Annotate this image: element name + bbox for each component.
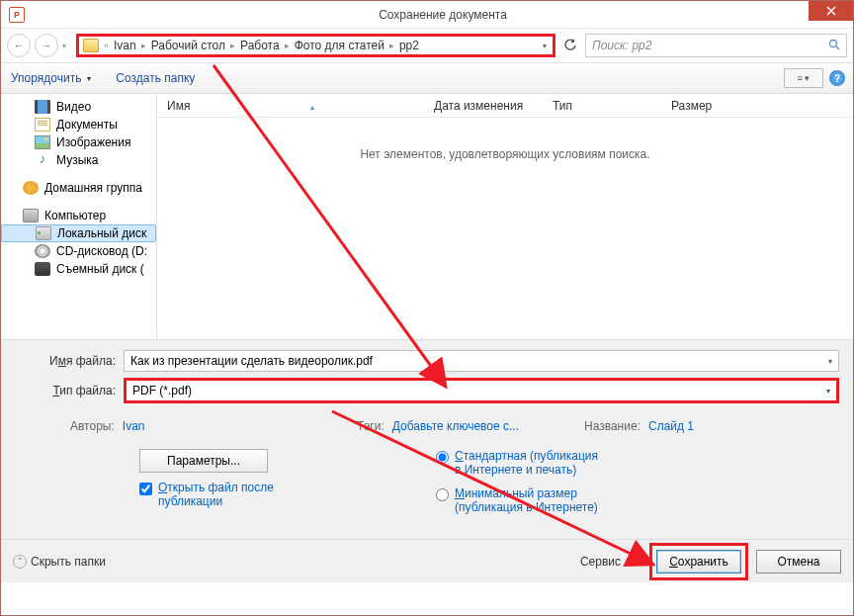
open-after-checkbox[interactable] [139, 483, 152, 495]
parameters-button[interactable]: Параметры... [139, 449, 268, 473]
column-type[interactable]: Тип [543, 99, 661, 113]
breadcrumb-part[interactable]: Фото для статей [295, 39, 384, 52]
breadcrumb-part[interactable]: pp2 [399, 39, 419, 52]
minimal-label: Минимальный размер (публикация в Интерне… [455, 486, 603, 514]
music-icon: ♪ [35, 153, 50, 167]
navbar: ← → ▾ « Ivan ▸ Рабочий стол ▸ Работа ▸ Ф… [1, 29, 853, 62]
title-label: Название: [584, 419, 640, 433]
cd-icon [35, 244, 50, 258]
form-area: Имя файла: Как из презентации сделать ви… [1, 339, 853, 582]
sidebar-item-cddrive[interactable]: CD-дисковод (D: [1, 242, 156, 260]
title-value[interactable]: Слайд 1 [648, 419, 694, 433]
service-button[interactable]: Сервис ▼ [580, 555, 632, 569]
tags-value[interactable]: Добавьте ключевое с... [392, 419, 519, 433]
search-placeholder: Поиск: pp2 [592, 39, 651, 52]
save-button[interactable]: Сохранить [656, 550, 741, 573]
chevron-up-icon: ˄ [13, 555, 27, 569]
app-icon: P [9, 7, 25, 23]
open-after-label: Открыть файл после публикации [158, 481, 297, 508]
organize-button[interactable]: Упорядочить▼ [11, 71, 92, 85]
list-header: Имя▲ Дата изменения Тип Размер [157, 94, 853, 118]
sidebar-item-removable[interactable]: Съемный диск ( [1, 260, 156, 278]
refresh-button[interactable] [559, 35, 581, 56]
sidebar: Видео Документы Изображения ♪Музыка Дома… [1, 94, 157, 339]
authors-label: Авторы: [70, 419, 115, 433]
history-dropdown[interactable]: ▾ [62, 42, 72, 50]
view-options-button[interactable]: ≡ ▾ [784, 68, 823, 88]
standard-radio[interactable] [436, 451, 449, 464]
titlebar: P Сохранение документа [1, 1, 853, 29]
breadcrumb-part[interactable]: Ivan [114, 39, 136, 52]
hide-folders-button[interactable]: ˄ Скрыть папки [13, 555, 106, 569]
column-name[interactable]: Имя▲ [157, 99, 424, 113]
sidebar-item-homegroup[interactable]: Домашняя группа [1, 179, 156, 197]
chevron-icon: ▸ [141, 41, 146, 50]
document-icon [35, 118, 50, 132]
computer-icon [23, 209, 39, 222]
homegroup-icon [23, 181, 39, 195]
svg-point-0 [830, 40, 837, 46]
search-input[interactable]: Поиск: pp2 [585, 34, 847, 57]
chevron-down-icon[interactable]: ▾ [543, 42, 547, 50]
chevron-icon: « [104, 41, 109, 50]
sidebar-item-documents[interactable]: Документы [1, 116, 156, 133]
column-date[interactable]: Дата изменения [424, 99, 543, 113]
drive-icon [36, 226, 51, 240]
column-size[interactable]: Размер [661, 99, 740, 113]
sidebar-item-localdisk[interactable]: Локальный диск [1, 224, 156, 242]
filetype-label: Тип файла: [15, 384, 124, 397]
authors-value[interactable]: Ivan [123, 419, 145, 433]
minimal-radio[interactable] [436, 488, 449, 501]
empty-message: Нет элементов, удовлетворяющих условиям … [157, 118, 853, 161]
sidebar-item-images[interactable]: Изображения [1, 133, 156, 151]
breadcrumb-part[interactable]: Работа [240, 39, 280, 52]
video-icon [35, 100, 50, 114]
sort-arrow-icon: ▲ [308, 104, 315, 111]
sidebar-item-music[interactable]: ♪Музыка [1, 151, 156, 169]
folder-icon [83, 39, 99, 52]
filename-input[interactable]: Как из презентации сделать видеоролик.pd… [124, 350, 839, 372]
filename-label: Имя файла: [15, 354, 124, 368]
address-bar[interactable]: « Ivan ▸ Рабочий стол ▸ Работа ▸ Фото дл… [76, 34, 555, 57]
breadcrumb-part[interactable]: Рабочий стол [151, 39, 225, 52]
close-button[interactable] [809, 1, 853, 21]
sidebar-item-video[interactable]: Видео [1, 98, 156, 116]
cancel-button[interactable]: Отмена [756, 550, 841, 573]
back-button[interactable]: ← [7, 34, 31, 57]
new-folder-button[interactable]: Создать папку [116, 71, 195, 85]
chevron-icon: ▸ [230, 41, 235, 50]
chevron-icon: ▸ [389, 41, 394, 50]
window-title: Сохранение документа [33, 8, 853, 22]
sidebar-item-computer[interactable]: Компьютер [1, 207, 156, 224]
help-button[interactable]: ? [829, 70, 845, 86]
toolbar: Упорядочить▼ Создать папку ≡ ▾ ? [1, 62, 853, 94]
usb-icon [35, 262, 50, 276]
chevron-down-icon[interactable]: ▾ [826, 387, 830, 396]
footer: ˄ Скрыть папки Сервис ▼ Сохранить Отмена [1, 539, 853, 582]
search-icon [828, 39, 840, 53]
chevron-icon: ▸ [285, 41, 290, 50]
filetype-select[interactable]: PDF (*.pdf)▾ [124, 378, 839, 403]
file-list: Имя▲ Дата изменения Тип Размер Нет элеме… [157, 94, 853, 339]
image-icon [35, 135, 50, 149]
standard-label: Стандартная (публикация в Интернете и пе… [455, 449, 603, 477]
tags-label: Теги: [357, 419, 384, 433]
chevron-down-icon[interactable]: ▾ [828, 357, 832, 366]
forward-button[interactable]: → [35, 34, 58, 57]
